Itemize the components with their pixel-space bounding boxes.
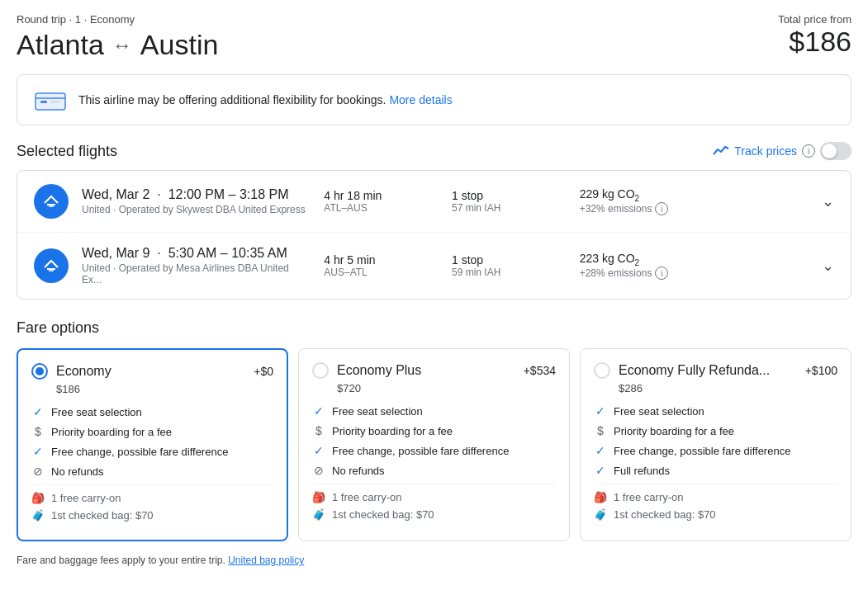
fare-radio-economy-plus[interactable]: [312, 362, 329, 379]
fare-feature-text-economy-plus-3: No refunds: [332, 465, 385, 477]
outbound-emissions: +32% emissions i: [580, 202, 809, 215]
fare-radio-economy[interactable]: [31, 363, 48, 380]
baggage-text-economy-fully-refundable-0: 1 free carry-on: [614, 491, 684, 503]
fare-name-economy-plus: Economy Plus: [337, 363, 421, 378]
baggage-icon-economy-1: 🧳: [31, 509, 45, 522]
header-left: Round trip · 1 · Economy Atlanta ↔ Austi…: [17, 13, 218, 61]
flight-duration-return: 4 hr 5 min AUS–ATL: [324, 253, 439, 278]
baggage-text-economy-plus-1: 1st checked bag: $70: [332, 508, 434, 521]
flights-container: Wed, Mar 2 · 12:00 PM – 3:18 PM United ·…: [17, 170, 851, 300]
fare-feature-economy-fully-refundable-0: ✓Free seat selection: [594, 404, 837, 418]
fare-feature-economy-0: ✓Free seat selection: [31, 405, 273, 418]
fare-feature-text-economy-0: Free seat selection: [51, 406, 142, 418]
destination: Austin: [140, 29, 219, 61]
outbound-duration: 4 hr 18 min: [324, 189, 439, 202]
fare-feature-text-economy-fully-refundable-2: Free change, possible fare difference: [614, 445, 790, 457]
route-arrow: ↔: [112, 34, 132, 57]
fare-feature-economy-1: $Priority boarding for a fee: [31, 425, 273, 438]
fare-baggage-economy-plus-1: 🧳1st checked bag: $70: [312, 508, 556, 521]
return-co2: 223 kg CO2: [580, 252, 809, 267]
fare-options-title: Fare options: [17, 319, 851, 337]
fare-baggage-economy-fully-refundable-1: 🧳1st checked bag: $70: [594, 508, 837, 521]
trend-icon: [713, 144, 729, 158]
fare-radio-economy-fully-refundable[interactable]: [594, 362, 610, 379]
fare-price-delta-economy-plus: +$534: [524, 364, 556, 377]
flight-times-return: Wed, Mar 9 · 5:30 AM – 10:35 AM United ·…: [82, 246, 311, 286]
fare-name-economy: Economy: [56, 364, 111, 379]
total-price-label: Total price from: [778, 13, 851, 26]
airline-logo-return: [34, 248, 69, 283]
outbound-time-range: Wed, Mar 2 · 12:00 PM – 3:18 PM: [82, 187, 311, 202]
total-price-value: $186: [778, 26, 851, 58]
flight-row-outbound: Wed, Mar 2 · 12:00 PM – 3:18 PM United ·…: [17, 171, 851, 233]
fare-feature-icon-economy-fully-refundable-2: ✓: [594, 444, 607, 457]
fare-price-delta-economy: +$0: [254, 365, 273, 378]
outbound-airline: United · Operated by Skywest DBA United …: [82, 204, 311, 215]
fare-feature-text-economy-2: Free change, possible fare difference: [51, 446, 228, 458]
baggage-icon-economy-plus-0: 🎒: [312, 491, 325, 503]
expand-outbound[interactable]: ⌄: [822, 192, 834, 210]
bag-policy-link[interactable]: United bag policy: [228, 555, 304, 566]
fare-divider-economy-plus: [312, 484, 556, 484]
fare-feature-economy-fully-refundable-2: ✓Free change, possible fare difference: [594, 444, 837, 457]
svg-rect-1: [40, 101, 47, 103]
flexibility-icon: [34, 87, 67, 113]
fare-feature-economy-fully-refundable-1: $Priority boarding for a fee: [594, 424, 837, 437]
airline-logo-outbound: [34, 184, 69, 219]
selected-flights-header: Selected flights Track prices i: [17, 142, 851, 160]
return-time-range: Wed, Mar 9 · 5:30 AM – 10:35 AM: [82, 246, 311, 261]
track-prices-label: Track prices: [734, 144, 797, 158]
baggage-icon-economy-0: 🎒: [31, 492, 45, 504]
fare-card-economy-fully-refundable[interactable]: Economy Fully Refunda...+$100$286✓Free s…: [580, 348, 851, 541]
outbound-stops: 1 stop: [452, 189, 567, 202]
origin: Atlanta: [17, 29, 104, 61]
banner-text: This airline may be offering additional …: [78, 93, 453, 106]
flight-duration-outbound: 4 hr 18 min ATL–AUS: [324, 189, 439, 214]
svg-point-3: [41, 191, 61, 211]
svg-rect-2: [50, 101, 60, 103]
track-prices-control: Track prices i: [713, 142, 851, 160]
emissions-info-icon-outbound[interactable]: i: [655, 202, 668, 215]
selected-flights-title: Selected flights: [17, 143, 117, 160]
fare-baggage-economy-fully-refundable-0: 🎒1 free carry-on: [594, 491, 837, 503]
fare-card-economy[interactable]: Economy+$0$186✓Free seat selection$Prior…: [17, 348, 288, 541]
fare-card-header-economy-plus: Economy Plus+$534: [312, 362, 556, 379]
fare-feature-economy-plus-1: $Priority boarding for a fee: [312, 424, 556, 437]
fare-baggage-economy-1: 🧳1st checked bag: $70: [31, 509, 273, 522]
fare-feature-icon-economy-plus-1: $: [312, 424, 325, 437]
fare-price-delta-economy-fully-refundable: +$100: [805, 364, 837, 377]
svg-point-4: [41, 256, 61, 276]
outbound-route: ATL–AUS: [324, 202, 439, 214]
baggage-text-economy-plus-0: 1 free carry-on: [332, 491, 402, 503]
fare-radio-name-economy-plus: Economy Plus: [312, 362, 421, 379]
outbound-stop-detail: 57 min IAH: [452, 202, 567, 214]
fare-card-economy-plus[interactable]: Economy Plus+$534$720✓Free seat selectio…: [298, 348, 570, 541]
fare-feature-economy-2: ✓Free change, possible fare difference: [31, 445, 273, 458]
fare-feature-icon-economy-plus-2: ✓: [312, 444, 325, 457]
more-details-link[interactable]: More details: [389, 93, 452, 106]
expand-return[interactable]: ⌄: [822, 257, 834, 275]
emissions-info-icon-return[interactable]: i: [655, 267, 668, 280]
track-prices-info-icon[interactable]: i: [802, 144, 815, 158]
fare-divider-economy-fully-refundable: [594, 484, 837, 484]
baggage-text-economy-1: 1st checked bag: $70: [51, 509, 154, 522]
baggage-text-economy-fully-refundable-1: 1st checked bag: $70: [614, 508, 716, 521]
return-stops: 1 stop: [452, 253, 567, 267]
fare-feature-economy-3: ⊘No refunds: [31, 465, 273, 478]
fare-feature-text-economy-plus-2: Free change, possible fare difference: [332, 445, 509, 457]
fare-feature-text-economy-1: Priority boarding for a fee: [51, 426, 172, 438]
fare-baggage-economy-plus-0: 🎒1 free carry-on: [312, 491, 556, 503]
fare-card-header-economy-fully-refundable: Economy Fully Refunda...+$100: [594, 362, 837, 379]
fare-feature-economy-fully-refundable-3: ✓Full refunds: [594, 464, 837, 477]
flight-emissions-return: 223 kg CO2 +28% emissions i: [580, 252, 809, 281]
return-duration: 4 hr 5 min: [324, 253, 439, 267]
return-emissions: +28% emissions i: [580, 267, 809, 280]
baggage-icon-economy-fully-refundable-0: 🎒: [594, 491, 607, 503]
fare-feature-text-economy-plus-1: Priority boarding for a fee: [332, 425, 453, 437]
fare-feature-icon-economy-0: ✓: [31, 405, 45, 418]
fare-radio-name-economy: Economy: [31, 363, 111, 380]
fare-feature-icon-economy-plus-0: ✓: [312, 404, 325, 418]
flexibility-banner: This airline may be offering additional …: [17, 74, 851, 125]
track-prices-toggle[interactable]: [820, 142, 851, 160]
baggage-icon-economy-plus-1: 🧳: [312, 508, 325, 521]
